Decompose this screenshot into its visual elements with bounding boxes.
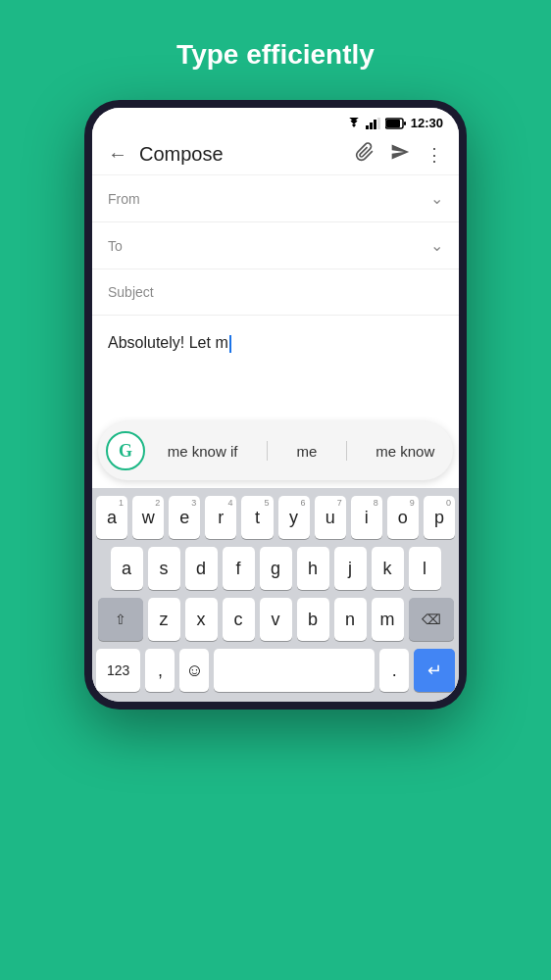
key-p[interactable]: 0 p — [424, 496, 455, 539]
key-n[interactable]: n — [334, 598, 367, 641]
key-v[interactable]: v — [260, 598, 292, 641]
phone-screen: 12:30 ← Compose ⋮ — [92, 108, 459, 702]
key-s[interactable]: s — [148, 547, 180, 590]
key-letter-m: m — [380, 610, 395, 630]
phone-device: 12:30 ← Compose ⋮ — [84, 100, 467, 710]
key-num-0: 0 — [446, 498, 451, 508]
key-num-switch[interactable]: 123 — [96, 649, 140, 692]
suggestion-2[interactable]: me — [288, 439, 325, 464]
signal-icon — [366, 118, 381, 129]
back-button[interactable]: ← — [108, 143, 127, 166]
svg-rect-2 — [374, 120, 376, 129]
key-num-9: 9 — [410, 498, 415, 508]
from-label: From — [108, 191, 162, 207]
keyboard-bottom-row: 123 , ☺ . ↵ — [96, 649, 455, 692]
status-time: 12:30 — [411, 116, 443, 130]
key-j[interactable]: j — [334, 547, 367, 590]
body-text: Absolutely! Let m — [108, 334, 228, 351]
svg-rect-1 — [370, 122, 373, 129]
key-letter-z: z — [160, 610, 169, 630]
key-t[interactable]: 5 t — [241, 496, 273, 539]
suggestion-divider-1 — [267, 441, 268, 461]
from-row[interactable]: From ⌄ — [92, 175, 459, 222]
key-a[interactable]: 1 a — [96, 496, 127, 539]
more-options-icon[interactable]: ⋮ — [426, 144, 443, 166]
key-z[interactable]: z — [148, 598, 180, 641]
wifi-icon — [346, 118, 362, 129]
key-l[interactable]: l — [409, 547, 441, 590]
key-space[interactable] — [214, 649, 375, 692]
key-y[interactable]: 6 y — [278, 496, 310, 539]
status-icons: 12:30 — [346, 116, 443, 130]
key-emoji[interactable]: ☺ — [179, 649, 209, 692]
key-letter-v: v — [272, 610, 280, 630]
key-b[interactable]: b — [297, 598, 329, 641]
key-h[interactable]: h — [297, 547, 329, 590]
page-title: Type efficiently — [176, 39, 375, 71]
text-cursor — [229, 335, 231, 353]
key-g[interactable]: g — [260, 547, 292, 590]
key-letter-g: g — [271, 559, 280, 579]
key-shift[interactable]: ⇧ — [98, 598, 143, 641]
key-letter-p: p — [434, 508, 444, 528]
key-letter-o: o — [398, 508, 408, 528]
key-letter-i: i — [365, 508, 369, 528]
key-num-3: 3 — [191, 498, 196, 508]
key-num-switch-label: 123 — [107, 662, 129, 678]
subject-row[interactable]: Subject — [92, 270, 459, 316]
send-icon[interactable] — [390, 142, 410, 167]
key-d[interactable]: d — [185, 547, 218, 590]
email-body[interactable]: Absolutely! Let m — [92, 316, 459, 414]
key-letter-n: n — [345, 610, 355, 630]
enter-icon: ↵ — [427, 660, 442, 681]
key-letter-u: u — [326, 508, 335, 528]
key-letter-f: f — [235, 559, 240, 579]
key-period-label: . — [392, 661, 397, 681]
suggestion-3[interactable]: me know — [368, 439, 442, 464]
key-x[interactable]: x — [185, 598, 218, 641]
suggestion-1[interactable]: me know if — [160, 439, 246, 464]
key-num-8: 8 — [374, 498, 378, 508]
compose-form: From ⌄ To ⌄ Subject Absolutely! Let m — [92, 175, 459, 414]
autocomplete-suggestions: me know if me me know — [149, 439, 453, 464]
key-letter-c: c — [234, 610, 243, 630]
battery-icon — [385, 118, 407, 129]
key-a2[interactable]: a — [111, 547, 143, 590]
keyboard-row-2: a s d f g h j — [96, 547, 455, 590]
key-m[interactable]: m — [372, 598, 404, 641]
key-comma[interactable]: , — [145, 649, 175, 692]
key-letter-k: k — [383, 559, 392, 579]
key-letter-d: d — [196, 559, 206, 579]
key-w[interactable]: 2 w — [132, 496, 164, 539]
svg-rect-6 — [404, 122, 406, 125]
key-r[interactable]: 4 r — [205, 496, 236, 539]
key-c[interactable]: c — [223, 598, 255, 641]
from-chevron-icon: ⌄ — [430, 189, 443, 208]
key-letter-l: l — [423, 559, 426, 579]
key-i[interactable]: 8 i — [351, 496, 382, 539]
svg-rect-3 — [377, 118, 380, 129]
key-f[interactable]: f — [223, 547, 255, 590]
key-k[interactable]: k — [372, 547, 404, 590]
subject-label: Subject — [108, 284, 154, 300]
attach-icon[interactable] — [355, 142, 375, 167]
key-o[interactable]: 9 o — [387, 496, 419, 539]
key-letter-x: x — [197, 610, 206, 630]
key-num-7: 7 — [337, 498, 342, 508]
key-letter-y: y — [289, 508, 298, 528]
key-letter-b: b — [308, 610, 318, 630]
key-letter-w: w — [142, 508, 155, 528]
key-u[interactable]: 7 u — [315, 496, 346, 539]
app-bar-actions: ⋮ — [355, 142, 443, 167]
key-letter-t: t — [255, 508, 260, 528]
to-row[interactable]: To ⌄ — [92, 222, 459, 270]
key-e[interactable]: 3 e — [169, 496, 200, 539]
svg-rect-5 — [386, 120, 400, 127]
key-enter[interactable]: ↵ — [414, 649, 455, 692]
key-letter-h: h — [308, 559, 318, 579]
delete-icon: ⌫ — [422, 612, 441, 627]
key-letter-s: s — [160, 559, 169, 579]
key-delete[interactable]: ⌫ — [409, 598, 454, 641]
keyboard-row-1: 1 a 2 w 3 e 4 r 5 t — [96, 496, 455, 539]
key-period[interactable]: . — [379, 649, 409, 692]
